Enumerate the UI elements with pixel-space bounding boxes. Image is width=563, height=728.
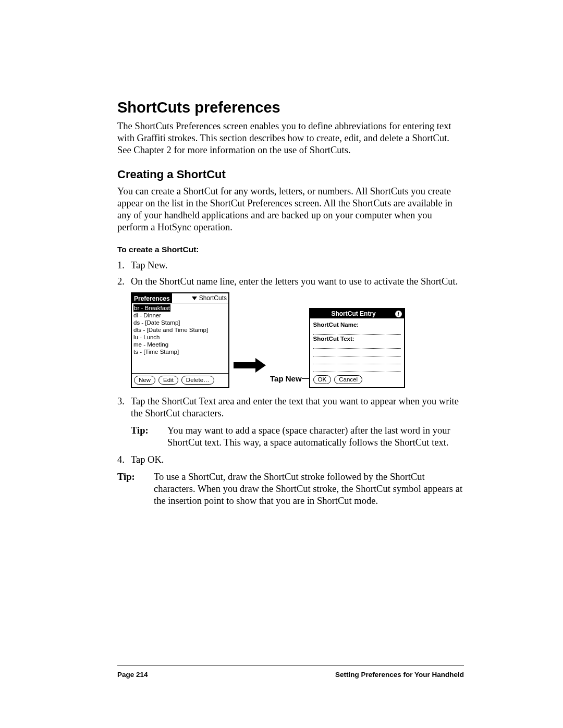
list-item[interactable]: di - Dinner <box>133 312 227 319</box>
tip-text: You may want to add a space (space chara… <box>167 425 464 449</box>
intro-paragraph: The ShortCuts Preferences screen enables… <box>117 120 464 156</box>
step-1: Tap New. <box>117 260 464 272</box>
svg-marker-1 <box>255 358 266 373</box>
shortcut-name-label: ShortCut Name: <box>313 322 401 328</box>
edit-button[interactable]: Edit <box>158 376 178 385</box>
list-item[interactable]: br - Breakfast <box>133 304 170 312</box>
delete-button[interactable]: Delete… <box>181 376 214 385</box>
svg-rect-0 <box>234 362 255 368</box>
tip-label: Tip: <box>131 425 167 449</box>
section-title: Setting Preferences for Your Handheld <box>335 671 464 678</box>
callout-leader-line <box>302 378 309 379</box>
shortcut-text-field[interactable] <box>313 365 401 372</box>
chevron-down-icon <box>192 297 197 300</box>
category-label: ShortCuts <box>199 294 227 302</box>
new-button[interactable]: New <box>134 376 155 385</box>
list-item[interactable]: me - Meeting <box>133 341 227 348</box>
heading-creating-shortcut: Creating a ShortCut <box>117 168 464 181</box>
list-item[interactable]: ds - [Date Stamp] <box>133 319 227 326</box>
list-item[interactable]: ts - [Time Stamp] <box>133 348 227 355</box>
shortcut-text-field[interactable] <box>313 357 401 364</box>
page-number: Page 214 <box>117 671 148 678</box>
tip-label: Tip: <box>117 471 154 507</box>
shortcut-text-field[interactable] <box>313 342 401 349</box>
step-2: On the ShortCut name line, enter the let… <box>117 276 464 288</box>
list-item[interactable]: lu - Lunch <box>133 334 227 341</box>
shortcut-entry-dialog: ShortCut Entry i ShortCut Name: ShortCut… <box>309 308 405 388</box>
shortcut-name-field[interactable] <box>313 328 401 335</box>
procedure-title: To create a ShortCut: <box>117 245 464 254</box>
list-item[interactable]: dts - [Date and Time Stamp] <box>133 326 227 334</box>
shortcut-text-field[interactable] <box>313 350 401 356</box>
category-picker[interactable]: ShortCuts <box>190 293 228 303</box>
tip-block: Tip: You may want to add a space (space … <box>131 425 464 449</box>
create-intro-paragraph: You can create a ShortCut for any words,… <box>117 186 464 233</box>
heading-shortcuts-preferences: ShortCuts preferences <box>117 99 464 116</box>
tip-text: To use a ShortCut, draw the ShortCut str… <box>154 471 464 507</box>
arrow-right-icon <box>234 358 266 373</box>
figure-shortcut-screens: Preferences ShortCuts br - Breakfast di … <box>131 292 464 388</box>
tip-block: Tip: To use a ShortCut, draw the ShortCu… <box>117 471 464 507</box>
dialog-title: ShortCut Entry <box>331 310 375 317</box>
shortcut-list[interactable]: br - Breakfast di - Dinner ds - [Date St… <box>132 303 228 373</box>
info-icon[interactable]: i <box>395 311 402 317</box>
shortcut-text-label: ShortCut Text: <box>313 336 401 342</box>
step-3: Tap the ShortCut Text area and enter the… <box>117 396 464 419</box>
ok-button[interactable]: OK <box>313 375 332 384</box>
preferences-title: Preferences <box>132 293 172 303</box>
cancel-button[interactable]: Cancel <box>334 375 362 384</box>
callout-tap-new: Tap New <box>270 374 302 383</box>
preferences-screen: Preferences ShortCuts br - Breakfast di … <box>131 292 229 388</box>
page-footer: Page 214 Setting Preferences for Your Ha… <box>117 665 464 678</box>
step-4: Tap OK. <box>117 454 464 466</box>
